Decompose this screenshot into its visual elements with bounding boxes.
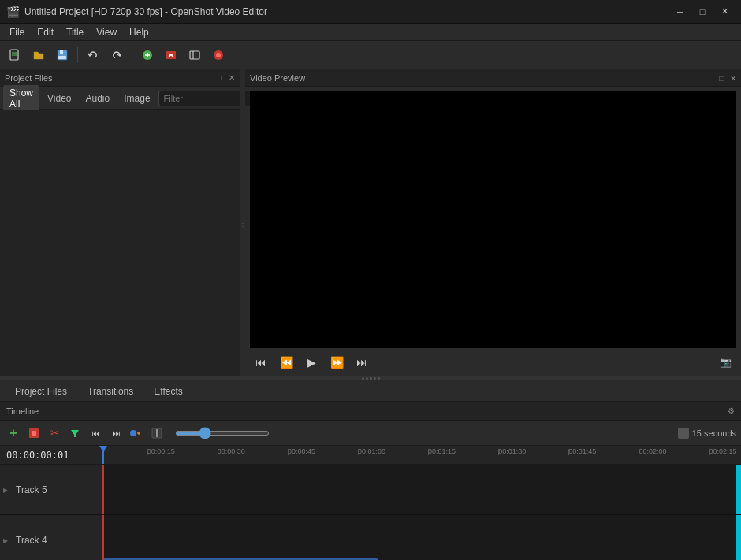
tl-marker-add-btn[interactable] — [128, 425, 145, 442]
menu-help[interactable]: Help — [123, 25, 155, 39]
menu-view[interactable]: View — [90, 25, 123, 39]
panel-header: Project Files □ ✕ — [0, 69, 240, 87]
track-4-name: Track 4 — [16, 535, 47, 546]
playhead-arrow — [99, 446, 107, 452]
tl-filter-btn[interactable] — [66, 425, 84, 442]
new-button[interactable] — [5, 45, 25, 65]
track-5-expand-icon[interactable]: ▶ — [3, 486, 8, 493]
playhead[interactable] — [102, 446, 104, 464]
tab-image[interactable]: Image — [117, 91, 156, 106]
zoom-slider-container — [175, 431, 675, 436]
track-4-label: ▶ Track 4 — [0, 515, 102, 560]
tl-razor-btn[interactable]: ✂ — [46, 425, 63, 442]
svg-point-19 — [130, 430, 136, 436]
tab-audio[interactable]: Audio — [80, 91, 117, 106]
tab-transitions[interactable]: Transitions — [77, 382, 143, 401]
app-icon: 🎬 — [6, 6, 20, 18]
track-5-name: Track 5 — [16, 484, 47, 495]
ruler-mark: 00:01:00 — [358, 446, 385, 455]
svg-marker-18 — [71, 430, 79, 437]
track-5-label: ▶ Track 5 — [0, 465, 102, 514]
svg-rect-12 — [190, 51, 199, 59]
svg-point-15 — [216, 53, 221, 57]
tl-add-btn[interactable]: + — [5, 425, 22, 442]
remove-clip-button[interactable] — [161, 45, 181, 65]
video-panel-close-icon[interactable]: ✕ — [730, 74, 736, 83]
table-row: ▶ Track 4 — [0, 515, 741, 560]
timecode-display: 00:00:00:01 — [0, 450, 102, 461]
video-controls: ⏮ ⏪ ▶ ⏩ ⏭ 📷 — [245, 348, 741, 376]
tab-project-files[interactable]: Project Files — [5, 382, 77, 401]
bottom-tab-bar: Project Files Transitions Effects — [0, 380, 741, 402]
video-panel-title: Video Preview — [250, 73, 305, 83]
timeline-options-icon[interactable]: ⚙ — [728, 406, 735, 415]
video-preview-panel: Video Preview □ ✕ ⏮ ⏪ ▶ ⏩ ⏭ 📷 — [245, 69, 741, 376]
menu-file[interactable]: File — [3, 25, 31, 39]
timeline-ruler: 00:00:00:01 00:00:1500:00:3000:00:4500:0… — [0, 446, 741, 465]
timeline-toolbar: + ✂ ⏮ ⏭ — [0, 421, 741, 446]
zoom-label: 15 seconds — [678, 428, 736, 439]
tl-center-playhead-btn[interactable] — [148, 425, 166, 442]
tl-snap-btn[interactable] — [25, 425, 43, 442]
redo-button[interactable] — [106, 45, 127, 65]
fullscreen-button[interactable] — [184, 45, 205, 65]
timeline-area: Timeline ⚙ + ✂ ⏮ ⏭ — [0, 402, 741, 560]
files-content-area — [0, 110, 240, 376]
panel-header-icons: □ ✕ — [221, 73, 235, 82]
video-panel-header: Video Preview □ ✕ — [245, 69, 741, 87]
ruler-mark: 00:01:15 — [428, 446, 456, 455]
titlebar-left: 🎬 Untitled Project [HD 720p 30 fps] - Op… — [6, 6, 267, 18]
panel-close-icon[interactable]: ✕ — [229, 73, 235, 82]
project-files-panel: Project Files □ ✕ Show All Video Audio I… — [0, 69, 240, 376]
track-4-right-accent — [736, 515, 741, 560]
filter-tabs: Show All Video Audio Image — [0, 87, 240, 110]
ruler-mark: 00:01:45 — [568, 446, 596, 455]
menu-edit[interactable]: Edit — [31, 25, 60, 39]
panel-header-title: Project Files — [5, 73, 53, 83]
toolbar-separator-2 — [132, 47, 132, 63]
panel-float-icon[interactable]: □ — [221, 73, 225, 82]
tab-show-all[interactable]: Show All — [3, 85, 39, 112]
svg-rect-4 — [60, 50, 63, 54]
open-button[interactable] — [28, 45, 49, 65]
video-panel-icons: □ ✕ — [720, 72, 736, 83]
ruler-mark: 00:00:45 — [288, 446, 315, 455]
zoom-slider[interactable] — [175, 431, 270, 436]
jump-start-btn[interactable]: ⏮ — [251, 353, 270, 372]
track-4-expand-icon[interactable]: ▶ — [3, 536, 8, 543]
upper-area: Project Files □ ✕ Show All Video Audio I… — [0, 69, 741, 376]
zoom-value: 15 seconds — [692, 428, 736, 438]
ruler-mark: 00:02:15 — [709, 446, 737, 455]
play-btn[interactable]: ▶ — [302, 353, 321, 372]
tl-jump-end-btn[interactable]: ⏭ — [107, 425, 125, 442]
close-button[interactable]: ✕ — [714, 4, 735, 20]
jump-end-btn[interactable]: ⏭ — [352, 353, 371, 372]
add-clip-button[interactable] — [137, 45, 158, 65]
maximize-button[interactable]: □ — [692, 4, 713, 20]
table-row: ▶ Track 5 — [0, 465, 741, 515]
tl-jump-start-btn[interactable]: ⏮ — [87, 425, 104, 442]
tracks-container: ▶ Track 5 ▶ Track 4 — [0, 465, 741, 560]
track-4-content[interactable] — [102, 515, 741, 560]
track-5-content[interactable] — [102, 465, 741, 514]
rewind-btn[interactable]: ⏪ — [277, 353, 296, 372]
tab-effects[interactable]: Effects — [143, 382, 192, 401]
timeline-header: Timeline ⚙ — [0, 402, 741, 421]
record-button[interactable] — [208, 45, 229, 65]
tab-video[interactable]: Video — [41, 91, 77, 106]
menubar: File Edit Title View Help — [0, 24, 741, 41]
svg-rect-17 — [32, 431, 36, 436]
minimize-button[interactable]: ─ — [670, 4, 691, 20]
screenshot-btn[interactable]: 📷 — [716, 353, 735, 372]
ruler-mark: 00:00:15 — [147, 446, 175, 455]
video-preview-area — [250, 91, 736, 348]
video-panel-float-icon[interactable]: □ — [720, 74, 724, 83]
fast-forward-btn[interactable]: ⏩ — [327, 353, 346, 372]
main-layout: Project Files □ ✕ Show All Video Audio I… — [0, 69, 741, 560]
menu-title[interactable]: Title — [60, 25, 90, 39]
track-5-right-accent — [736, 465, 741, 514]
ruler-marks: 00:00:1500:00:3000:00:4500:01:0000:01:15… — [102, 446, 741, 464]
save-button[interactable] — [52, 45, 73, 65]
timeline-title: Timeline — [6, 406, 39, 416]
undo-button[interactable] — [83, 45, 103, 65]
